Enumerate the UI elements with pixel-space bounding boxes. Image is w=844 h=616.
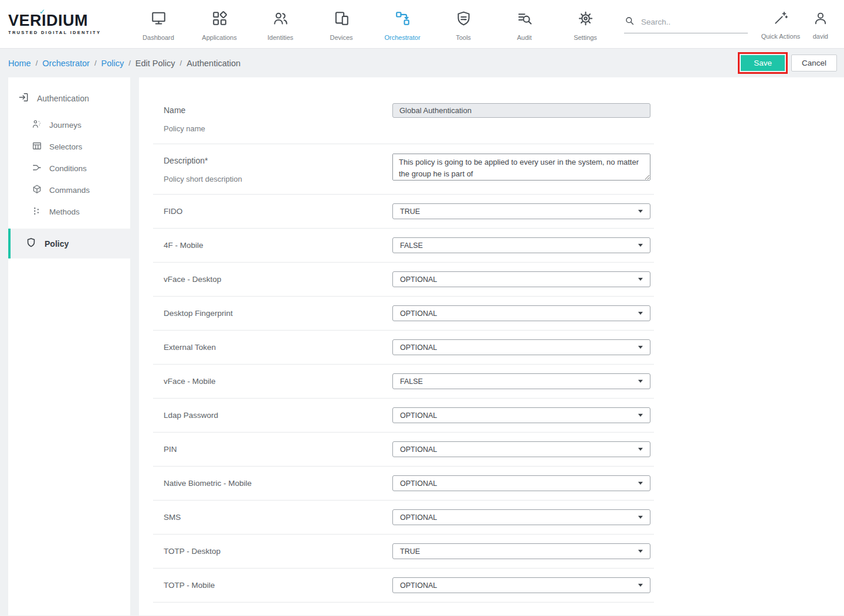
field-label: Native Biometric - Mobile xyxy=(164,479,392,488)
user-name: david xyxy=(813,33,828,40)
breadcrumb-bar: Home / Orchestrator / Policy / Edit Poli… xyxy=(0,49,844,77)
cube-icon xyxy=(32,184,42,196)
nav-label: Settings xyxy=(574,34,597,41)
totp-mobile-select[interactable]: OPTIONAL xyxy=(392,577,650,593)
description-label: Description* xyxy=(164,156,392,165)
breadcrumb-orchestrator[interactable]: Orchestrator xyxy=(42,59,90,68)
nav-item-orchestrator[interactable]: Orchestrator xyxy=(372,8,433,41)
audit-icon xyxy=(516,10,533,29)
nav-item-applications[interactable]: Applications xyxy=(189,8,250,41)
vface-desktop-select[interactable]: OPTIONAL xyxy=(392,271,650,287)
vface-mobile-select[interactable]: FALSE xyxy=(392,373,650,389)
sidebar-item-commands[interactable]: Commands xyxy=(8,179,130,201)
sidebar-item-authentication[interactable]: Authentication xyxy=(8,82,130,114)
brand-logo[interactable]: VERI✓DIUM TRUSTED DIGITAL IDENTITY xyxy=(8,13,123,35)
pin-select[interactable]: OPTIONAL xyxy=(392,441,650,457)
nav-label: Applications xyxy=(202,34,236,41)
policy-field-row-totp-desktop: TOTP - Desktop TRUE xyxy=(153,535,654,569)
field-label: PIN xyxy=(164,445,392,454)
sidebar: Authentication Journeys Selectors Condit… xyxy=(8,77,130,615)
breadcrumb: Home / Orchestrator / Policy / Edit Poli… xyxy=(8,59,240,68)
dropdown-caret-icon xyxy=(638,550,643,553)
save-button[interactable]: Save xyxy=(741,55,785,71)
field-label: TOTP - Desktop xyxy=(164,547,392,556)
page-actions: Save Cancel xyxy=(738,52,837,74)
external-token-select[interactable]: OPTIONAL xyxy=(392,339,650,355)
sidebar-item-label: Policy xyxy=(45,239,69,249)
field-label: 4F - Mobile xyxy=(164,241,392,250)
applications-icon xyxy=(211,10,228,29)
nav-label: Audit xyxy=(517,34,531,41)
logo-check-icon: ✓ xyxy=(39,8,46,15)
sidebar-item-selectors[interactable]: Selectors xyxy=(8,136,130,158)
breadcrumb-separator: / xyxy=(36,59,38,67)
nav-label: Dashboard xyxy=(143,34,174,41)
policy-name-input[interactable] xyxy=(392,103,650,118)
sidebar-item-label: Methods xyxy=(49,207,80,216)
tools-icon xyxy=(455,10,472,29)
sidebar-item-journeys[interactable]: Journeys xyxy=(8,114,130,136)
field-label: FIDO xyxy=(164,207,392,216)
field-label: Ldap Password xyxy=(164,411,392,420)
select-value: OPTIONAL xyxy=(400,309,437,318)
policy-description-textarea[interactable]: This policy is going to be applied to ev… xyxy=(392,154,650,181)
brand-tagline: TRUSTED DIGITAL IDENTITY xyxy=(8,30,123,35)
identities-icon xyxy=(272,10,289,29)
nav-item-identities[interactable]: Identities xyxy=(250,8,311,41)
sidebar-sublist: Journeys Selectors Conditions Commands xyxy=(8,114,130,229)
description-hint: Policy short description xyxy=(164,175,392,183)
cancel-button[interactable]: Cancel xyxy=(791,55,837,72)
search-icon[interactable] xyxy=(624,15,635,29)
native-biometric-mobile-select[interactable]: OPTIONAL xyxy=(392,475,650,491)
name-label: Name xyxy=(164,105,392,115)
totp-desktop-select[interactable]: TRUE xyxy=(392,543,650,559)
description-row: Description* Policy short description Th… xyxy=(153,144,654,195)
fido-select[interactable]: TRUE xyxy=(392,203,650,219)
select-value: TRUE xyxy=(400,207,420,216)
sidebar-item-methods[interactable]: Methods xyxy=(8,201,130,223)
dots-icon xyxy=(32,206,42,218)
policy-field-row-native-biometric-mobile: Native Biometric - Mobile OPTIONAL xyxy=(153,467,654,501)
dropdown-caret-icon xyxy=(638,312,643,315)
ldap-password-select[interactable]: OPTIONAL xyxy=(392,407,650,423)
policy-field-row-external-token: External Token OPTIONAL xyxy=(153,331,654,365)
dropdown-caret-icon xyxy=(638,278,643,281)
quick-actions-label: Quick Actions xyxy=(761,33,801,40)
breadcrumb-separator: / xyxy=(94,59,97,67)
nav-item-settings[interactable]: Settings xyxy=(555,8,616,41)
table-icon xyxy=(32,141,42,153)
sidebar-header-label: Authentication xyxy=(37,94,89,103)
4f-mobile-select[interactable]: FALSE xyxy=(392,237,650,253)
breadcrumb-policy[interactable]: Policy xyxy=(101,59,124,68)
desktop-fingerprint-select[interactable]: OPTIONAL xyxy=(392,305,650,321)
sms-select[interactable]: OPTIONAL xyxy=(392,509,650,525)
dropdown-caret-icon xyxy=(638,210,643,213)
name-row: Name Policy name xyxy=(153,94,654,144)
breadcrumb-separator: / xyxy=(128,59,131,67)
top-nav-bar: VERI✓DIUM TRUSTED DIGITAL IDENTITY Dashb… xyxy=(0,0,844,49)
dropdown-caret-icon xyxy=(638,516,643,519)
breadcrumb-authentication: Authentication xyxy=(187,59,240,68)
sidebar-item-label: Journeys xyxy=(49,121,82,130)
nav-label: Identities xyxy=(267,34,293,41)
nav-item-devices[interactable]: Devices xyxy=(311,8,372,41)
user-menu[interactable]: david xyxy=(805,8,836,40)
user-avatar-icon xyxy=(813,11,828,28)
field-label: TOTP - Mobile xyxy=(164,581,392,590)
sidebar-item-conditions[interactable]: Conditions xyxy=(8,158,130,179)
sidebar-item-policy-active[interactable]: Policy xyxy=(8,229,130,258)
nav-item-dashboard[interactable]: Dashboard xyxy=(128,8,189,41)
search-input[interactable] xyxy=(641,18,748,26)
policy-field-row-pin: PIN OPTIONAL xyxy=(153,433,654,467)
breadcrumb-home[interactable]: Home xyxy=(8,59,31,68)
field-label: vFace - Desktop xyxy=(164,275,392,284)
quick-actions-button[interactable]: Quick Actions xyxy=(756,8,805,40)
field-label: vFace - Mobile xyxy=(164,377,392,386)
field-label: Desktop Fingerprint xyxy=(164,309,392,318)
brand-name-part: DIUM xyxy=(46,13,88,29)
nav-item-audit[interactable]: Audit xyxy=(494,8,555,41)
dropdown-caret-icon xyxy=(638,482,643,485)
nav-item-tools[interactable]: Tools xyxy=(433,8,494,41)
policy-field-row-vface-desktop: vFace - Desktop OPTIONAL xyxy=(153,263,654,297)
field-label: External Token xyxy=(164,343,392,352)
